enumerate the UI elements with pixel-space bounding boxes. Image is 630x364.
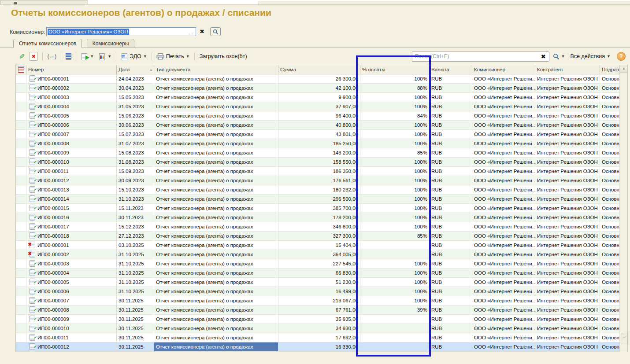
cell-currency[interactable]: RUB [430,342,472,352]
cell-contractor[interactable]: Интернет Решения ОЗОН [535,84,600,93]
cell-state[interactable] [15,176,26,185]
cell-commissioner[interactable]: ООО «Интернет Решени... [472,204,535,213]
column-header-number[interactable]: Номер [26,65,117,74]
table-row[interactable]: ✖ИП00-00000103.10.2025Отчет комиссионера… [15,241,620,250]
table-row[interactable]: ✔ИП00-00000124.04.2023Отчет комиссионера… [15,74,620,84]
cell-state[interactable] [15,167,26,176]
cell-sum[interactable]: 43 801,00 [278,130,360,139]
cell-contractor[interactable]: Интернет Решения ОЗОН [535,222,600,232]
cell-state[interactable] [15,93,26,102]
cell-division[interactable]: Основн [600,93,620,102]
cell-number[interactable]: ✔ИП00-000004 [26,102,117,111]
cell-number[interactable]: ✔ИП00-000011 [26,333,117,342]
table-row[interactable]: ✔ИП00-00000631.10.2025Отчет комиссионера… [15,287,620,296]
cell-contractor[interactable]: Интернет Решения ОЗОН [535,232,600,241]
cell-number[interactable]: ✔ИП00-000012 [26,176,117,185]
cell-state[interactable] [15,315,26,324]
cell-percent[interactable]: 100% [360,158,430,167]
cell-date[interactable]: 30.11.2025 [117,296,154,305]
edo-button[interactable]: ⇄ ЭДО ▼ [119,52,148,61]
cell-state[interactable] [15,250,26,259]
cell-number[interactable]: ✔ИП00-000011 [26,167,117,176]
cell-sum[interactable]: 9 900,00 [278,93,360,102]
cell-commissioner[interactable]: ООО «Интернет Решени... [472,232,535,241]
cell-currency[interactable]: RUB [430,204,472,213]
cell-sum[interactable]: 17 692,00 [278,333,360,342]
cell-date[interactable]: 31.10.2025 [117,250,154,259]
cell-date[interactable]: 31.05.2023 [117,102,154,111]
cell-type[interactable]: Отчет комиссионера (агента) о продажах [154,204,278,213]
search-input[interactable] [412,53,538,59]
cell-division[interactable]: Основн [600,102,620,111]
cell-division[interactable]: Основн [600,84,620,93]
cell-division[interactable]: Основн [600,195,620,204]
cell-division[interactable]: Основн [600,185,620,195]
table-row[interactable]: ✔ИП00-00000915.08.2023Отчет комиссионера… [15,148,620,158]
cell-commissioner[interactable]: ООО «Интернет Решени... [472,176,535,185]
cell-state[interactable] [15,222,26,232]
cell-percent[interactable]: 100% [360,176,430,185]
cell-date[interactable]: 31.10.2025 [117,268,154,278]
cell-commissioner[interactable]: ООО «Интернет Решени... [472,102,535,111]
column-header-sum[interactable]: Сумма [278,65,360,74]
cell-sum[interactable]: 40 800,00 [278,121,360,130]
cell-contractor[interactable]: Интернет Решения ОЗОН [535,93,600,102]
table-row[interactable]: ✖ИП00-00000231.10.2025Отчет комиссионера… [15,250,620,259]
cell-commissioner[interactable]: ООО «Интернет Решени... [472,241,535,250]
cell-state[interactable] [15,102,26,111]
cell-date[interactable]: 31.10.2025 [117,259,154,268]
cell-type[interactable]: Отчет комиссионера (агента) о продажах [154,139,278,148]
cell-currency[interactable]: RUB [430,315,472,324]
cell-state[interactable] [15,204,26,213]
cell-contractor[interactable]: Интернет Решения ОЗОН [535,121,600,130]
cell-type[interactable]: Отчет комиссионера (агента) о продажах [154,158,278,167]
cell-commissioner[interactable]: ООО «Интернет Решени... [472,167,535,176]
cell-type[interactable]: Отчет комиссионера (агента) о продажах [154,185,278,195]
cell-type[interactable]: Отчет комиссионера (агента) о продажах [154,305,278,315]
cell-sum[interactable]: 96 400,00 [278,111,360,121]
cell-contractor[interactable]: Интернет Решения ОЗОН [535,342,600,352]
cell-division[interactable]: Основн [600,259,620,268]
cell-currency[interactable]: RUB [430,222,472,232]
cell-number[interactable]: ✔ИП00-000010 [26,158,117,167]
table-row[interactable]: ✔ИП00-00000715.07.2023Отчет комиссионера… [15,130,620,139]
cell-currency[interactable]: RUB [430,268,472,278]
cell-commissioner[interactable]: ООО «Интернет Решени... [472,268,535,278]
table-row[interactable]: ✔ИП00-00000230.04.2023Отчет комиссионера… [15,84,620,93]
cell-division[interactable]: Основн [600,158,620,167]
cell-sum[interactable]: 67 761,00 [278,305,360,315]
cell-sum[interactable]: 296 500,00 [278,195,360,204]
cell-currency[interactable]: RUB [430,121,472,130]
cell-currency[interactable]: RUB [430,93,472,102]
post-document-button[interactable]: ▼ [79,52,95,61]
cell-type[interactable]: Отчет комиссионера (агента) о продажах [154,222,278,232]
cell-division[interactable]: Основн [600,278,620,287]
cell-sum[interactable]: 180 232,00 [278,185,360,195]
table-row[interactable]: ✔ИП00-00001715.12.2023Отчет комиссионера… [15,222,620,232]
cell-contractor[interactable]: Интернет Решения ОЗОН [535,296,600,305]
table-row[interactable]: ✔ИП00-00001827.12.2023Отчет комиссионера… [15,232,620,241]
cell-sum[interactable]: 227 545,00 [278,259,360,268]
print-button[interactable]: Печать ▼ [155,53,191,60]
cell-commissioner[interactable]: ООО «Интернет Решени... [472,250,535,259]
cell-date[interactable]: 31.10.2025 [117,287,154,296]
window-tab-fragment[interactable] [0,0,88,4]
cell-contractor[interactable]: Интернет Решения ОЗОН [535,102,600,111]
cell-division[interactable]: Основн [600,324,620,333]
table-row[interactable]: ✔ИП00-00001230.11.2025Отчет комиссионера… [15,342,620,352]
load-ozon-button[interactable]: Загрузить озон(бт) [198,53,249,59]
table-row[interactable]: ✔ИП00-00001130.11.2025Отчет комиссионера… [15,333,620,342]
cell-sum[interactable]: 176 561,00 [278,176,360,185]
cell-commissioner[interactable]: ООО «Интернет Решени... [472,287,535,296]
cell-percent[interactable] [360,333,430,342]
cell-division[interactable]: Основн [600,241,620,250]
column-header-currency[interactable]: Валюта [430,65,472,74]
cell-type[interactable]: Отчет комиссионера (агента) о продажах [154,167,278,176]
cell-commissioner[interactable]: ООО «Интернет Решени... [472,148,535,158]
cell-division[interactable]: Основн [600,296,620,305]
edit-button[interactable]: ✎ [18,52,26,61]
search-box[interactable]: ✖ [412,51,549,62]
table-row[interactable]: ✔ИП00-00000315.05.2023Отчет комиссионера… [15,93,620,102]
cell-state[interactable] [15,148,26,158]
cell-currency[interactable]: RUB [430,287,472,296]
